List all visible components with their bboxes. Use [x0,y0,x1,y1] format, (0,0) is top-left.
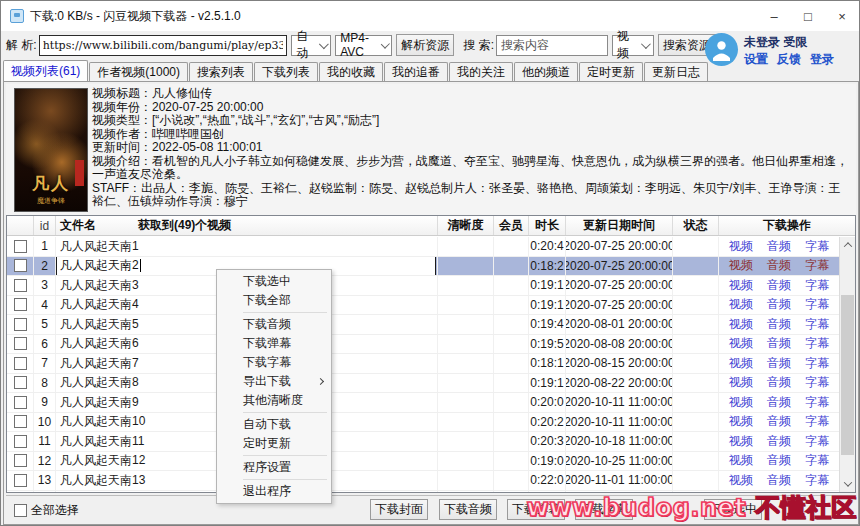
row-checkbox[interactable] [14,318,27,331]
download-video-link[interactable]: 视频 [729,335,753,352]
download-audio-link[interactable]: 音频 [767,355,791,372]
download-subtitle-link[interactable]: 字幕 [805,374,829,391]
header-id[interactable]: id [34,216,56,235]
download-video-link[interactable]: 视频 [729,257,753,274]
download-subtitle-link[interactable]: 字幕 [805,413,829,430]
download-subtitle-link[interactable]: 字幕 [805,238,829,255]
row-checkbox[interactable] [14,279,27,292]
menu-item-4[interactable]: 下载弹幕 [217,334,331,353]
table-row[interactable]: 11凡人风起天南110:20:32020-10-18 11:00:00视频音频字… [7,432,839,452]
scroll-down-icon[interactable] [840,476,856,492]
tab-2[interactable]: 搜索列表 [189,62,253,82]
download-video-link[interactable]: 视频 [729,355,753,372]
download-video-link[interactable]: 视频 [729,374,753,391]
header-duration[interactable]: 时长 [529,216,566,235]
table-row[interactable]: 1凡人风起天南10:20:42020-07-25 20:00:00视频音频字幕 [7,237,839,257]
menu-item-5[interactable]: 下载字幕 [217,353,331,372]
row-checkbox[interactable] [14,454,27,467]
close-button[interactable]: × [825,1,859,31]
tab-7[interactable]: 他的频道 [514,62,578,82]
avatar[interactable] [705,33,738,66]
bottom-button-1[interactable]: 下载音频 [439,499,497,520]
menu-item-14[interactable]: 退出程序 [217,482,331,501]
row-checkbox[interactable] [14,435,27,448]
scrollbar-thumb[interactable] [841,295,854,455]
tab-4[interactable]: 我的收藏 [319,62,383,82]
table-row[interactable]: 12凡人风起天南120:19:02020-10-25 11:00:00视频音频字… [7,452,839,472]
tab-3[interactable]: 下载列表 [254,62,318,82]
search-type-select[interactable]: 视频 [612,35,654,56]
url-input[interactable] [39,35,287,56]
row-checkbox[interactable] [14,240,27,253]
menu-item-0[interactable]: 下载选中 [217,272,331,291]
download-subtitle-link[interactable]: 字幕 [805,335,829,352]
header-date[interactable]: 更新日期时间 [566,216,673,235]
download-audio-link[interactable]: 音频 [767,413,791,430]
table-row[interactable]: 13凡人风起天南130:22:02020-11-01 11:00:00视频音频字… [7,471,839,491]
scroll-up-icon[interactable] [840,237,856,253]
format-select[interactable]: 自动 [291,35,331,56]
table-row[interactable]: 6凡人风起天南60:19:52020-08-08 20:00:00视频音频字幕 [7,335,839,355]
download-subtitle-link[interactable]: 字幕 [805,296,829,313]
header-quality[interactable]: 清晰度 [438,216,494,235]
download-audio-link[interactable]: 音频 [767,257,791,274]
row-checkbox[interactable] [14,474,27,487]
tab-5[interactable]: 我的追番 [384,62,448,82]
row-checkbox[interactable] [14,298,27,311]
row-checkbox[interactable] [14,259,27,272]
table-row[interactable]: 2凡人风起天南20:18:22020-07-25 20:00:00视频音频字幕 [7,257,839,277]
header-status[interactable]: 状态 [673,216,719,235]
download-subtitle-link[interactable]: 字幕 [805,355,829,372]
maximize-button[interactable]: □ [791,1,825,31]
download-video-link[interactable]: 视频 [729,394,753,411]
download-subtitle-link[interactable]: 字幕 [805,277,829,294]
download-subtitle-link[interactable]: 字幕 [805,316,829,333]
download-audio-link[interactable]: 音频 [767,472,791,489]
tab-0[interactable]: 视频列表(61) [3,60,88,82]
download-video-link[interactable]: 视频 [729,413,753,430]
table-row[interactable]: 9凡人风起天南90:20:02020-10-11 11:00:00视频音频字幕 [7,393,839,413]
download-audio-link[interactable]: 音频 [767,238,791,255]
menu-item-9[interactable]: 自动下载 [217,415,331,434]
tab-6[interactable]: 我的关注 [449,62,513,82]
download-video-link[interactable]: 视频 [729,277,753,294]
download-audio-link[interactable]: 音频 [767,433,791,450]
table-row[interactable]: 8凡人风起天南80:19:12020-08-22 20:00:00视频音频字幕 [7,374,839,394]
menu-item-6[interactable]: 导出下载 [217,372,331,391]
tab-1[interactable]: 作者视频(1000) [89,62,188,82]
download-subtitle-link[interactable]: 字幕 [805,257,829,274]
codec-select[interactable]: MP4-AVC [335,35,392,56]
download-audio-link[interactable]: 音频 [767,335,791,352]
table-row[interactable]: 5凡人风起天南50:19:42020-08-01 20:00:00视频音频字幕 [7,315,839,335]
user-link-1[interactable]: 反馈 [777,51,801,68]
download-video-link[interactable]: 视频 [729,433,753,450]
download-video-link[interactable]: 视频 [729,316,753,333]
header-filename[interactable]: 文件名 获取到(49)个视频 [56,216,438,235]
menu-item-10[interactable]: 定时更新 [217,434,331,453]
table-row[interactable]: 10凡人风起天南100:20:22020-10-11 11:00:00视频音频字… [7,413,839,433]
select-all-checkbox[interactable] [14,504,27,517]
download-audio-link[interactable]: 音频 [767,296,791,313]
row-checkbox[interactable] [14,357,27,370]
download-video-link[interactable]: 视频 [729,238,753,255]
download-audio-link[interactable]: 音频 [767,316,791,333]
row-checkbox[interactable] [14,376,27,389]
table-row[interactable]: 4凡人风起天南40:19:12020-07-25 20:00:00视频音频字幕 [7,296,839,316]
user-link-2[interactable]: 登录 [810,51,834,68]
download-audio-link[interactable]: 音频 [767,277,791,294]
bottom-button-0[interactable]: 下载封面 [370,499,428,520]
tab-8[interactable]: 定时更新 [579,62,643,82]
search-input[interactable] [496,35,608,56]
row-checkbox[interactable] [14,337,27,350]
download-subtitle-link[interactable]: 字幕 [805,394,829,411]
download-subtitle-link[interactable]: 字幕 [805,452,829,469]
download-audio-link[interactable]: 音频 [767,394,791,411]
row-checkbox[interactable] [14,396,27,409]
menu-item-7[interactable]: 其他清晰度 [217,391,331,410]
download-audio-link[interactable]: 音频 [767,452,791,469]
menu-item-1[interactable]: 下载全部 [217,291,331,310]
download-audio-link[interactable]: 音频 [767,374,791,391]
download-video-link[interactable]: 视频 [729,472,753,489]
download-subtitle-link[interactable]: 字幕 [805,472,829,489]
minimize-button[interactable]: – [757,1,791,31]
